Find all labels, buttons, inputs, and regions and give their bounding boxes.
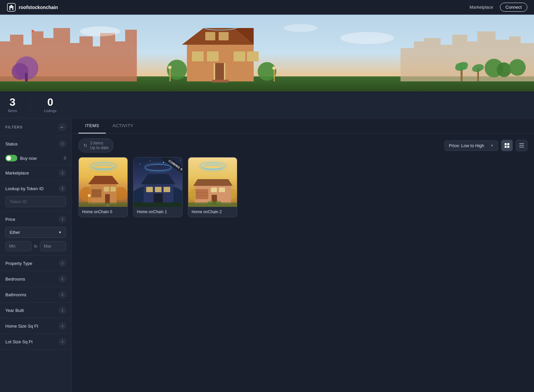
price-max-input[interactable] xyxy=(40,241,66,251)
svg-rect-53 xyxy=(214,63,215,80)
svg-point-63 xyxy=(284,24,317,32)
filter-token-content xyxy=(0,196,71,211)
currency-select[interactable]: Ether ▼ xyxy=(5,227,66,238)
grid-view-button[interactable] xyxy=(501,140,513,151)
sidebar-header: FILTERS ← xyxy=(0,118,71,136)
tab-items[interactable]: ITEMS xyxy=(78,118,106,133)
card-0-image xyxy=(79,157,128,207)
card-1-image: COMING SOON xyxy=(134,157,183,207)
filter-yearbuilt-section: Year Built ⇩ xyxy=(0,303,71,318)
filter-token-header[interactable]: Lookup by Token ID ⇧ xyxy=(0,181,71,196)
card-1-name: Home onChain 1 xyxy=(134,207,182,217)
filter-bedrooms-header[interactable]: Bedrooms ⇩ xyxy=(0,271,71,287)
svg-rect-10 xyxy=(70,43,79,81)
filter-homesize-title: Home Size Sq Ft xyxy=(5,324,38,329)
filter-property-toggle[interactable]: ⇩ xyxy=(59,260,66,267)
buy-now-count: 0 xyxy=(64,156,66,160)
card-2-glow-2 xyxy=(203,165,223,170)
connect-button[interactable]: Connect xyxy=(500,3,527,12)
filter-property-title: Property Type xyxy=(5,261,32,266)
sort-chevron-icon: ▼ xyxy=(490,144,494,147)
list-view-button[interactable] xyxy=(516,140,527,151)
buy-now-toggle[interactable] xyxy=(5,155,17,161)
svg-rect-11 xyxy=(79,36,93,81)
svg-rect-47 xyxy=(192,51,204,61)
filter-homesize-toggle[interactable]: ⇩ xyxy=(59,322,66,330)
svg-rect-44 xyxy=(219,32,229,40)
price-to-label: to xyxy=(34,244,37,249)
sort-dropdown[interactable]: Price: Low to High ▼ xyxy=(445,140,498,151)
filter-price-title: Price xyxy=(5,217,15,222)
filter-yearbuilt-toggle[interactable]: ⇩ xyxy=(59,307,66,314)
svg-rect-64 xyxy=(505,143,507,145)
nav-marketplace[interactable]: Marketplace xyxy=(470,5,493,10)
filter-property-section: Property Type ⇩ xyxy=(0,256,71,271)
svg-rect-14 xyxy=(115,41,125,81)
sidebar: FILTERS ← Status ⇧ Buy now 0 Marketplace xyxy=(0,118,72,392)
filters-back-button[interactable]: ← xyxy=(58,123,66,131)
filter-token-section: Lookup by Token ID ⇧ xyxy=(0,181,71,212)
svg-rect-78 xyxy=(104,187,109,191)
filter-yearbuilt-title: Year Built xyxy=(5,308,24,313)
filter-homesize-header[interactable]: Home Size Sq Ft ⇩ xyxy=(0,318,71,334)
buy-now-row: Buy now 0 xyxy=(0,151,71,165)
svg-rect-21 xyxy=(400,48,414,81)
card-2[interactable]: Home onChain 2 xyxy=(188,157,237,217)
tab-activity[interactable]: ACTIVITY xyxy=(106,118,140,133)
svg-rect-22 xyxy=(414,41,424,81)
card-1[interactable]: COMING SOON xyxy=(133,157,183,217)
refresh-badge[interactable]: ↻ 3 Items Up to date xyxy=(78,138,113,152)
stats-bar: 3 Items 0 Listings xyxy=(0,91,534,118)
logo[interactable]: roofstockonchain xyxy=(7,3,58,12)
filter-lotsize-toggle[interactable]: ⇩ xyxy=(59,338,66,345)
card-0[interactable]: Home onChain 0 xyxy=(78,157,128,217)
currency-label: Ether xyxy=(10,230,20,235)
svg-rect-12 xyxy=(93,46,100,81)
filter-yearbuilt-header[interactable]: Year Built ⇩ xyxy=(0,303,71,318)
filter-price-content: Ether ▼ to xyxy=(0,227,71,255)
filter-property-header[interactable]: Property Type ⇩ xyxy=(0,256,71,271)
main-layout: FILTERS ← Status ⇧ Buy now 0 Marketplace xyxy=(0,118,534,392)
price-min-input[interactable] xyxy=(5,241,31,251)
svg-rect-110 xyxy=(188,203,237,207)
svg-rect-75 xyxy=(91,189,101,198)
svg-rect-43 xyxy=(205,32,215,40)
filter-status-section: Status ⇧ Buy now 0 xyxy=(0,136,71,165)
svg-rect-93 xyxy=(146,187,153,192)
svg-point-87 xyxy=(163,162,164,163)
filter-bathrooms-toggle[interactable]: ⇩ xyxy=(59,291,66,298)
svg-rect-79 xyxy=(110,187,116,191)
sort-label: Price: Low to High xyxy=(449,143,484,148)
filter-lotsize-header[interactable]: Lot Size Sq Ft ⇩ xyxy=(0,334,71,349)
refresh-line1: 3 Items Up to date xyxy=(90,141,108,150)
svg-rect-24 xyxy=(441,45,452,81)
filter-homesize-section: Home Size Sq Ft ⇩ xyxy=(0,318,71,334)
svg-rect-105 xyxy=(211,187,217,192)
filter-marketplace-section: Marketplace ⇩ xyxy=(0,165,71,181)
token-id-input[interactable] xyxy=(5,196,66,207)
svg-point-89 xyxy=(180,160,181,160)
tabs-bar: ITEMS ACTIVITY xyxy=(72,118,534,134)
filters-label: FILTERS xyxy=(5,125,23,129)
content-area: ITEMS ACTIVITY ↻ 3 Items Up to date Pric… xyxy=(72,118,534,392)
svg-rect-54 xyxy=(224,63,225,80)
filter-price-toggle[interactable]: ⇧ xyxy=(59,216,66,223)
svg-rect-59 xyxy=(274,69,275,81)
filter-token-toggle[interactable]: ⇧ xyxy=(59,185,66,192)
svg-rect-19 xyxy=(31,30,32,35)
toolbar-right: Price: Low to High ▼ xyxy=(445,140,527,151)
filter-bathrooms-header[interactable]: Bathrooms ⇩ xyxy=(0,287,71,302)
filter-status-header[interactable]: Status ⇧ xyxy=(0,136,71,151)
filter-bedrooms-toggle[interactable]: ⇩ xyxy=(59,275,66,283)
filter-price-header[interactable]: Price ⇧ xyxy=(0,212,71,227)
filter-bathrooms-section: Bathrooms ⇩ xyxy=(0,287,71,303)
filter-price-section: Price ⇧ Ether ▼ to xyxy=(0,212,71,256)
filter-status-toggle[interactable]: ⇧ xyxy=(59,140,66,147)
svg-rect-65 xyxy=(507,143,509,145)
filter-marketplace-header[interactable]: Marketplace ⇩ xyxy=(0,165,71,180)
banner xyxy=(0,15,534,91)
filter-marketplace-toggle[interactable]: ⇩ xyxy=(59,169,66,176)
svg-rect-13 xyxy=(100,33,115,81)
filter-bedrooms-section: Bedrooms ⇩ xyxy=(0,271,71,287)
svg-point-37 xyxy=(497,62,511,77)
